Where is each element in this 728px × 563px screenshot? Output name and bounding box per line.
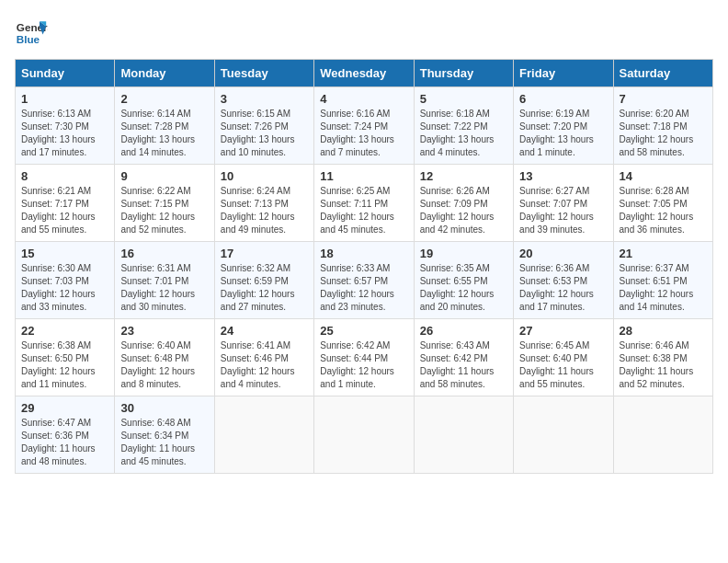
day-info: Sunrise: 6:32 AM Sunset: 6:59 PM Dayligh…: [221, 262, 308, 314]
col-tuesday: Tuesday: [214, 60, 313, 87]
table-row: 23 Sunrise: 6:40 AM Sunset: 6:48 PM Dayl…: [115, 319, 214, 396]
day-number: 10: [221, 169, 308, 183]
table-row: 30 Sunrise: 6:48 AM Sunset: 6:34 PM Dayl…: [115, 396, 214, 474]
table-row: 19 Sunrise: 6:35 AM Sunset: 6:55 PM Dayl…: [414, 242, 513, 319]
table-row: 3 Sunrise: 6:15 AM Sunset: 7:26 PM Dayli…: [214, 87, 313, 165]
day-number: 4: [320, 92, 407, 106]
day-number: 20: [519, 247, 607, 260]
day-number: 29: [21, 401, 108, 415]
day-number: 21: [620, 247, 707, 260]
day-info: Sunrise: 6:41 AM Sunset: 6:46 PM Dayligh…: [221, 339, 308, 391]
day-number: 1: [21, 92, 108, 106]
table-row: [214, 396, 313, 474]
day-info: Sunrise: 6:43 AM Sunset: 6:42 PM Dayligh…: [420, 339, 507, 391]
table-row: [314, 396, 414, 474]
calendar-row: 1 Sunrise: 6:13 AM Sunset: 7:30 PM Dayli…: [16, 87, 713, 165]
table-row: 18 Sunrise: 6:33 AM Sunset: 6:57 PM Dayl…: [314, 242, 414, 319]
day-number: 14: [620, 169, 707, 183]
calendar-row: 22 Sunrise: 6:38 AM Sunset: 6:50 PM Dayl…: [16, 319, 713, 396]
day-info: Sunrise: 6:40 AM Sunset: 6:48 PM Dayligh…: [120, 339, 208, 391]
table-row: 4 Sunrise: 6:16 AM Sunset: 7:24 PM Dayli…: [314, 87, 414, 165]
table-row: 10 Sunrise: 6:24 AM Sunset: 7:13 PM Dayl…: [214, 165, 313, 242]
day-info: Sunrise: 6:33 AM Sunset: 6:57 PM Dayligh…: [320, 262, 407, 314]
day-info: Sunrise: 6:20 AM Sunset: 7:18 PM Dayligh…: [620, 108, 707, 159]
calendar-table: Sunday Monday Tuesday Wednesday Thursday…: [15, 59, 713, 474]
day-number: 9: [120, 169, 208, 183]
col-thursday: Thursday: [414, 60, 513, 87]
table-row: 1 Sunrise: 6:13 AM Sunset: 7:30 PM Dayli…: [16, 87, 115, 165]
table-row: 29 Sunrise: 6:47 AM Sunset: 6:36 PM Dayl…: [16, 396, 115, 474]
day-info: Sunrise: 6:37 AM Sunset: 6:51 PM Dayligh…: [620, 262, 707, 314]
day-info: Sunrise: 6:24 AM Sunset: 7:13 PM Dayligh…: [221, 185, 308, 236]
day-info: Sunrise: 6:31 AM Sunset: 7:01 PM Dayligh…: [120, 262, 208, 314]
table-row: [514, 396, 613, 474]
day-number: 28: [620, 324, 707, 338]
table-row: 24 Sunrise: 6:41 AM Sunset: 6:46 PM Dayl…: [214, 319, 313, 396]
day-info: Sunrise: 6:22 AM Sunset: 7:15 PM Dayligh…: [120, 185, 208, 236]
day-number: 8: [21, 169, 108, 183]
day-number: 26: [420, 324, 507, 338]
day-info: Sunrise: 6:45 AM Sunset: 6:40 PM Dayligh…: [519, 339, 607, 391]
day-number: 12: [420, 169, 507, 183]
table-row: 20 Sunrise: 6:36 AM Sunset: 6:53 PM Dayl…: [514, 242, 613, 319]
day-number: 25: [320, 324, 407, 338]
day-number: 27: [519, 324, 607, 338]
day-number: 30: [120, 401, 208, 415]
page-header: General Blue: [15, 15, 713, 48]
day-info: Sunrise: 6:48 AM Sunset: 6:34 PM Dayligh…: [120, 417, 208, 468]
day-info: Sunrise: 6:30 AM Sunset: 7:03 PM Dayligh…: [21, 262, 108, 314]
day-number: 6: [519, 92, 607, 106]
day-info: Sunrise: 6:15 AM Sunset: 7:26 PM Dayligh…: [221, 108, 308, 159]
calendar-row: 29 Sunrise: 6:47 AM Sunset: 6:36 PM Dayl…: [16, 396, 713, 474]
table-row: 13 Sunrise: 6:27 AM Sunset: 7:07 PM Dayl…: [514, 165, 613, 242]
day-number: 5: [420, 92, 507, 106]
day-info: Sunrise: 6:26 AM Sunset: 7:09 PM Dayligh…: [420, 185, 507, 236]
day-number: 11: [320, 169, 407, 183]
day-info: Sunrise: 6:27 AM Sunset: 7:07 PM Dayligh…: [519, 185, 607, 236]
day-info: Sunrise: 6:16 AM Sunset: 7:24 PM Dayligh…: [320, 108, 407, 159]
day-number: 23: [120, 324, 208, 338]
day-number: 2: [120, 92, 208, 106]
col-sunday: Sunday: [16, 60, 115, 87]
day-number: 7: [620, 92, 707, 106]
day-number: 22: [21, 324, 108, 338]
table-row: 7 Sunrise: 6:20 AM Sunset: 7:18 PM Dayli…: [613, 87, 712, 165]
table-row: 16 Sunrise: 6:31 AM Sunset: 7:01 PM Dayl…: [115, 242, 214, 319]
day-number: 24: [221, 324, 308, 338]
col-friday: Friday: [514, 60, 613, 87]
table-row: 14 Sunrise: 6:28 AM Sunset: 7:05 PM Dayl…: [613, 165, 712, 242]
table-row: 11 Sunrise: 6:25 AM Sunset: 7:11 PM Dayl…: [314, 165, 414, 242]
table-row: 15 Sunrise: 6:30 AM Sunset: 7:03 PM Dayl…: [16, 242, 115, 319]
day-info: Sunrise: 6:14 AM Sunset: 7:28 PM Dayligh…: [120, 108, 208, 159]
day-info: Sunrise: 6:25 AM Sunset: 7:11 PM Dayligh…: [320, 185, 407, 236]
header-row: Sunday Monday Tuesday Wednesday Thursday…: [16, 60, 713, 87]
day-info: Sunrise: 6:36 AM Sunset: 6:53 PM Dayligh…: [519, 262, 607, 314]
col-monday: Monday: [115, 60, 214, 87]
day-info: Sunrise: 6:38 AM Sunset: 6:50 PM Dayligh…: [21, 339, 108, 391]
day-number: 13: [519, 169, 607, 183]
logo: General Blue: [15, 15, 48, 48]
table-row: 8 Sunrise: 6:21 AM Sunset: 7:17 PM Dayli…: [16, 165, 115, 242]
table-row: 17 Sunrise: 6:32 AM Sunset: 6:59 PM Dayl…: [214, 242, 313, 319]
day-info: Sunrise: 6:47 AM Sunset: 6:36 PM Dayligh…: [21, 417, 108, 468]
table-row: 5 Sunrise: 6:18 AM Sunset: 7:22 PM Dayli…: [414, 87, 513, 165]
day-info: Sunrise: 6:28 AM Sunset: 7:05 PM Dayligh…: [620, 185, 707, 236]
day-number: 18: [320, 247, 407, 260]
day-info: Sunrise: 6:13 AM Sunset: 7:30 PM Dayligh…: [21, 108, 108, 159]
day-info: Sunrise: 6:35 AM Sunset: 6:55 PM Dayligh…: [420, 262, 507, 314]
calendar-row: 15 Sunrise: 6:30 AM Sunset: 7:03 PM Dayl…: [16, 242, 713, 319]
day-info: Sunrise: 6:18 AM Sunset: 7:22 PM Dayligh…: [420, 108, 507, 159]
day-number: 16: [120, 247, 208, 260]
logo-icon: General Blue: [15, 15, 48, 48]
svg-text:Blue: Blue: [17, 33, 40, 45]
table-row: [613, 396, 712, 474]
table-row: [414, 396, 513, 474]
day-info: Sunrise: 6:46 AM Sunset: 6:38 PM Dayligh…: [620, 339, 707, 391]
col-wednesday: Wednesday: [314, 60, 414, 87]
day-number: 15: [21, 247, 108, 260]
day-number: 3: [221, 92, 308, 106]
table-row: 2 Sunrise: 6:14 AM Sunset: 7:28 PM Dayli…: [115, 87, 214, 165]
day-number: 17: [221, 247, 308, 260]
table-row: 25 Sunrise: 6:42 AM Sunset: 6:44 PM Dayl…: [314, 319, 414, 396]
table-row: 21 Sunrise: 6:37 AM Sunset: 6:51 PM Dayl…: [613, 242, 712, 319]
